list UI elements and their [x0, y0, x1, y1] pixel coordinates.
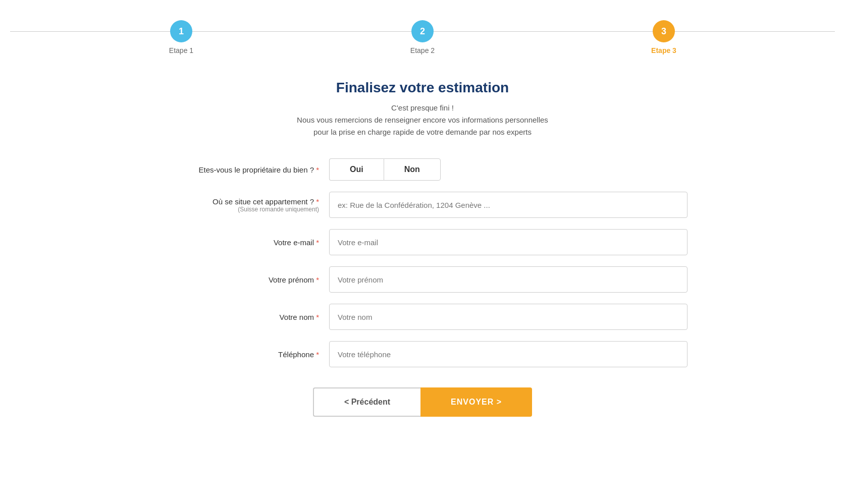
firstname-label: Votre prénom * — [157, 275, 329, 284]
lastname-required: * — [316, 313, 319, 321]
page-title: Finalisez votre estimation — [10, 80, 835, 96]
owner-label: Etes-vous le propriétaire du bien ? * — [157, 165, 329, 174]
address-row: Où se situe cet appartement ? * (Suisse … — [157, 192, 688, 218]
non-button[interactable]: Non — [384, 158, 441, 181]
address-label: Où se situe cet appartement ? * (Suisse … — [157, 197, 329, 213]
nav-buttons: < Précédent ENVOYER > — [157, 387, 688, 417]
email-input[interactable] — [329, 229, 688, 255]
firstname-row: Votre prénom * — [157, 266, 688, 293]
phone-input[interactable] — [329, 341, 688, 367]
firstname-required: * — [316, 275, 319, 284]
email-row: Votre e-mail * — [157, 229, 688, 255]
email-label: Votre e-mail * — [157, 238, 329, 247]
phone-row: Téléphone * — [157, 341, 688, 367]
step-3: 3 Etape 3 — [543, 20, 784, 54]
lastname-row: Votre nom * — [157, 304, 688, 330]
lastname-label: Votre nom * — [157, 313, 329, 321]
firstname-input[interactable] — [329, 266, 688, 293]
subtitle-2: Nous vous remercions de renseigner encor… — [10, 114, 835, 126]
lastname-input[interactable] — [329, 304, 688, 330]
phone-label: Téléphone * — [157, 350, 329, 359]
prev-button[interactable]: < Précédent — [313, 387, 420, 417]
email-required: * — [316, 238, 319, 247]
subtitle-1: C'est presque fini ! — [10, 102, 835, 114]
address-input[interactable] — [329, 192, 688, 218]
submit-button[interactable]: ENVOYER > — [420, 387, 532, 417]
stepper: 1 Etape 1 2 Etape 2 3 Etape 3 — [10, 20, 835, 54]
step-1-label: Etape 1 — [169, 46, 193, 54]
owner-btn-group: Oui Non — [329, 158, 441, 181]
phone-required: * — [316, 350, 319, 359]
title-section: Finalisez votre estimation C'est presque… — [10, 80, 835, 138]
subtitle-3: pour la prise en charge rapide de votre … — [10, 126, 835, 138]
owner-required: * — [316, 165, 319, 174]
step-2-circle: 2 — [411, 20, 434, 42]
step-1: 1 Etape 1 — [61, 20, 302, 54]
step-2-label: Etape 2 — [410, 46, 435, 54]
owner-row: Etes-vous le propriétaire du bien ? * Ou… — [157, 158, 688, 181]
step-1-circle: 1 — [170, 20, 192, 42]
step-3-label: Etape 3 — [651, 46, 676, 54]
oui-button[interactable]: Oui — [329, 158, 384, 181]
form: Etes-vous le propriétaire du bien ? * Ou… — [157, 158, 688, 417]
step-3-circle: 3 — [653, 20, 675, 42]
address-sublabel: (Suisse romande uniquement) — [157, 206, 319, 213]
step-2: 2 Etape 2 — [302, 20, 543, 54]
address-required: * — [316, 197, 319, 206]
